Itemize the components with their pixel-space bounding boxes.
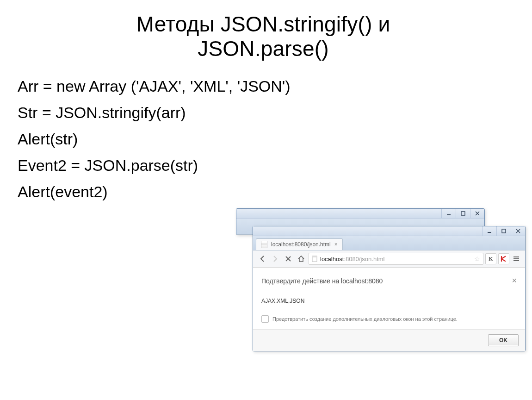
svg-rect-2	[488, 232, 491, 233]
svg-rect-1	[461, 212, 465, 215]
dialog-actions: OK	[253, 329, 525, 351]
extension-button-kaspersky[interactable]	[498, 253, 509, 264]
maximize-button[interactable]	[456, 209, 470, 218]
maximize-button[interactable]	[496, 226, 511, 236]
bookmark-star-icon[interactable]: ☆	[474, 255, 480, 262]
url-host: localhost	[320, 256, 344, 262]
address-bar[interactable]: localhost:8080/json.html ☆	[309, 253, 483, 265]
svg-rect-0	[447, 214, 451, 215]
code-block: Arr = new Array ('AJAX', 'XML', 'JSON') …	[18, 73, 509, 206]
dialog-title-row: Подтвердите действие на localhost:8080 ×	[261, 276, 517, 286]
tab-close-icon[interactable]: ×	[334, 241, 338, 248]
close-button[interactable]	[470, 209, 484, 218]
extension-k-label: K	[489, 256, 493, 262]
menu-button[interactable]	[511, 254, 521, 264]
window-controls	[236, 209, 484, 219]
code-line: Str = JSON.stringify(arr)	[18, 100, 509, 126]
browser-toolbar: localhost:8080/json.html ☆ K	[253, 250, 525, 268]
tab-strip: localhost:8080/json.html ×	[253, 236, 525, 250]
suppress-dialog-checkbox[interactable]	[261, 315, 269, 323]
svg-rect-3	[502, 229, 506, 233]
slide: Методы JSON.stringify() и JSON.parse() A…	[0, 0, 532, 400]
forward-button[interactable]	[270, 253, 281, 264]
code-line: Alert(str)	[18, 126, 509, 152]
svg-rect-5	[312, 256, 317, 257]
dialog-message: AJAX,XML,JSON	[261, 298, 517, 304]
dialog-title: Подтвердите действие на localhost:8080	[261, 277, 383, 285]
title-line-1: Методы JSON.stringify() и	[136, 12, 390, 36]
slide-title: Методы JSON.stringify() и JSON.parse()	[18, 12, 509, 61]
dialog-close-icon[interactable]: ×	[512, 276, 517, 286]
url-path: :8080/json.html	[344, 256, 384, 262]
js-alert-dialog: Подтвердите действие на localhost:8080 ×…	[253, 268, 525, 351]
browser-screenshot-area: localhost:8080/json.html ×	[236, 208, 532, 394]
window-controls	[253, 226, 525, 236]
url-text: localhost:8080/json.html	[320, 256, 384, 262]
dialog-checkbox-row: Предотвратить создание дополнительных ди…	[261, 315, 517, 323]
home-button[interactable]	[296, 253, 307, 264]
extension-button-k[interactable]: K	[485, 253, 496, 264]
minimize-button[interactable]	[482, 226, 496, 236]
code-line: Alert(event2)	[18, 179, 509, 205]
code-line: Event2 = JSON.parse(str)	[18, 152, 509, 179]
close-button[interactable]	[511, 226, 525, 236]
code-line: Arr = new Array ('AJAX', 'XML', 'JSON')	[18, 73, 509, 100]
title-line-2: JSON.parse()	[198, 37, 329, 61]
ok-button-label: OK	[499, 337, 507, 344]
browser-tab[interactable]: localhost:8080/json.html ×	[256, 238, 343, 250]
suppress-dialog-label: Предотвратить создание дополнительных ди…	[272, 316, 458, 322]
back-button[interactable]	[257, 253, 268, 264]
browser-window-front: localhost:8080/json.html ×	[253, 226, 526, 351]
page-icon	[261, 241, 267, 248]
page-icon	[312, 256, 317, 262]
tab-label: localhost:8080/json.html	[271, 241, 331, 248]
stop-button[interactable]	[283, 253, 294, 264]
minimize-button[interactable]	[441, 209, 456, 218]
ok-button[interactable]: OK	[488, 334, 519, 346]
